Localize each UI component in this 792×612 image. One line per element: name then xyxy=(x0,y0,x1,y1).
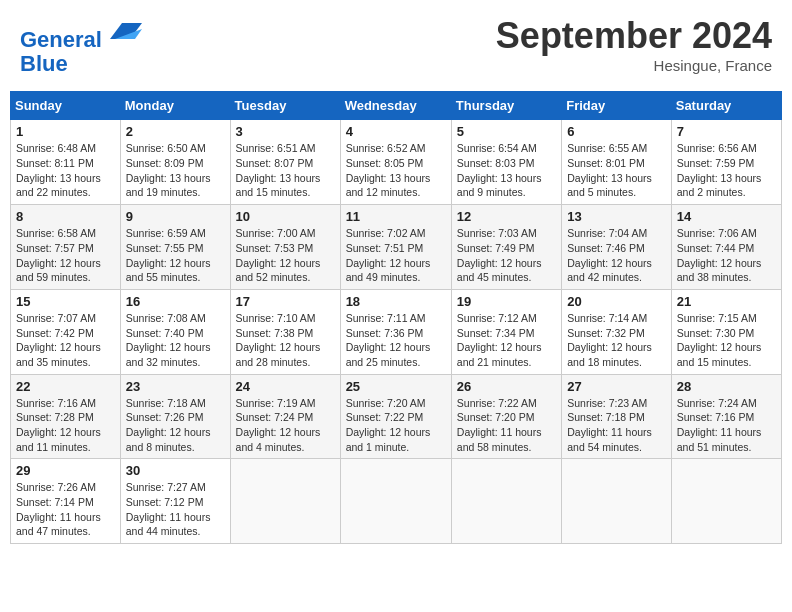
table-row: 3Sunrise: 6:51 AMSunset: 8:07 PMDaylight… xyxy=(230,120,340,205)
table-row: 28Sunrise: 7:24 AMSunset: 7:16 PMDayligh… xyxy=(671,374,781,459)
day-info: Sunrise: 6:55 AMSunset: 8:01 PMDaylight:… xyxy=(567,141,666,200)
day-number: 18 xyxy=(346,294,446,309)
table-row: 19Sunrise: 7:12 AMSunset: 7:34 PMDayligh… xyxy=(451,289,561,374)
day-info: Sunrise: 7:08 AMSunset: 7:40 PMDaylight:… xyxy=(126,311,225,370)
day-number: 24 xyxy=(236,379,335,394)
day-info: Sunrise: 7:18 AMSunset: 7:26 PMDaylight:… xyxy=(126,396,225,455)
day-number: 15 xyxy=(16,294,115,309)
col-friday: Friday xyxy=(562,92,672,120)
calendar-week-2: 8Sunrise: 6:58 AMSunset: 7:57 PMDaylight… xyxy=(11,205,782,290)
table-row xyxy=(230,459,340,544)
day-info: Sunrise: 6:59 AMSunset: 7:55 PMDaylight:… xyxy=(126,226,225,285)
table-row: 10Sunrise: 7:00 AMSunset: 7:53 PMDayligh… xyxy=(230,205,340,290)
day-info: Sunrise: 7:19 AMSunset: 7:24 PMDaylight:… xyxy=(236,396,335,455)
day-number: 17 xyxy=(236,294,335,309)
col-wednesday: Wednesday xyxy=(340,92,451,120)
day-info: Sunrise: 7:24 AMSunset: 7:16 PMDaylight:… xyxy=(677,396,776,455)
day-number: 16 xyxy=(126,294,225,309)
day-info: Sunrise: 7:22 AMSunset: 7:20 PMDaylight:… xyxy=(457,396,556,455)
day-number: 7 xyxy=(677,124,776,139)
calendar-week-5: 29Sunrise: 7:26 AMSunset: 7:14 PMDayligh… xyxy=(11,459,782,544)
day-info: Sunrise: 7:26 AMSunset: 7:14 PMDaylight:… xyxy=(16,480,115,539)
day-number: 10 xyxy=(236,209,335,224)
calendar-table: Sunday Monday Tuesday Wednesday Thursday… xyxy=(10,91,782,544)
day-info: Sunrise: 6:56 AMSunset: 7:59 PMDaylight:… xyxy=(677,141,776,200)
table-row: 25Sunrise: 7:20 AMSunset: 7:22 PMDayligh… xyxy=(340,374,451,459)
logo: General Blue xyxy=(20,15,142,76)
day-info: Sunrise: 6:50 AMSunset: 8:09 PMDaylight:… xyxy=(126,141,225,200)
day-number: 2 xyxy=(126,124,225,139)
calendar-week-4: 22Sunrise: 7:16 AMSunset: 7:28 PMDayligh… xyxy=(11,374,782,459)
table-row xyxy=(671,459,781,544)
table-row: 16Sunrise: 7:08 AMSunset: 7:40 PMDayligh… xyxy=(120,289,230,374)
day-info: Sunrise: 7:11 AMSunset: 7:36 PMDaylight:… xyxy=(346,311,446,370)
col-tuesday: Tuesday xyxy=(230,92,340,120)
table-row: 14Sunrise: 7:06 AMSunset: 7:44 PMDayligh… xyxy=(671,205,781,290)
table-row: 22Sunrise: 7:16 AMSunset: 7:28 PMDayligh… xyxy=(11,374,121,459)
logo-icon xyxy=(110,15,142,47)
day-info: Sunrise: 7:07 AMSunset: 7:42 PMDaylight:… xyxy=(16,311,115,370)
day-number: 29 xyxy=(16,463,115,478)
table-row: 7Sunrise: 6:56 AMSunset: 7:59 PMDaylight… xyxy=(671,120,781,205)
day-number: 30 xyxy=(126,463,225,478)
table-row: 4Sunrise: 6:52 AMSunset: 8:05 PMDaylight… xyxy=(340,120,451,205)
table-row: 5Sunrise: 6:54 AMSunset: 8:03 PMDaylight… xyxy=(451,120,561,205)
day-number: 25 xyxy=(346,379,446,394)
table-row: 23Sunrise: 7:18 AMSunset: 7:26 PMDayligh… xyxy=(120,374,230,459)
table-row: 15Sunrise: 7:07 AMSunset: 7:42 PMDayligh… xyxy=(11,289,121,374)
table-row xyxy=(562,459,672,544)
page-header: General Blue September 2024 Hesingue, Fr… xyxy=(10,10,782,81)
day-info: Sunrise: 6:51 AMSunset: 8:07 PMDaylight:… xyxy=(236,141,335,200)
table-row: 8Sunrise: 6:58 AMSunset: 7:57 PMDaylight… xyxy=(11,205,121,290)
day-info: Sunrise: 7:04 AMSunset: 7:46 PMDaylight:… xyxy=(567,226,666,285)
month-title: September 2024 xyxy=(496,15,772,57)
table-row: 11Sunrise: 7:02 AMSunset: 7:51 PMDayligh… xyxy=(340,205,451,290)
col-saturday: Saturday xyxy=(671,92,781,120)
day-number: 4 xyxy=(346,124,446,139)
day-number: 26 xyxy=(457,379,556,394)
day-number: 27 xyxy=(567,379,666,394)
day-number: 1 xyxy=(16,124,115,139)
table-row: 26Sunrise: 7:22 AMSunset: 7:20 PMDayligh… xyxy=(451,374,561,459)
table-row: 29Sunrise: 7:26 AMSunset: 7:14 PMDayligh… xyxy=(11,459,121,544)
day-number: 5 xyxy=(457,124,556,139)
table-row: 21Sunrise: 7:15 AMSunset: 7:30 PMDayligh… xyxy=(671,289,781,374)
day-info: Sunrise: 7:03 AMSunset: 7:49 PMDaylight:… xyxy=(457,226,556,285)
day-info: Sunrise: 7:06 AMSunset: 7:44 PMDaylight:… xyxy=(677,226,776,285)
day-info: Sunrise: 7:20 AMSunset: 7:22 PMDaylight:… xyxy=(346,396,446,455)
col-sunday: Sunday xyxy=(11,92,121,120)
table-row: 12Sunrise: 7:03 AMSunset: 7:49 PMDayligh… xyxy=(451,205,561,290)
calendar-week-1: 1Sunrise: 6:48 AMSunset: 8:11 PMDaylight… xyxy=(11,120,782,205)
location: Hesingue, France xyxy=(496,57,772,74)
day-number: 14 xyxy=(677,209,776,224)
day-number: 3 xyxy=(236,124,335,139)
calendar-week-3: 15Sunrise: 7:07 AMSunset: 7:42 PMDayligh… xyxy=(11,289,782,374)
table-row: 20Sunrise: 7:14 AMSunset: 7:32 PMDayligh… xyxy=(562,289,672,374)
title-block: September 2024 Hesingue, France xyxy=(496,15,772,74)
table-row: 13Sunrise: 7:04 AMSunset: 7:46 PMDayligh… xyxy=(562,205,672,290)
calendar-header-row: Sunday Monday Tuesday Wednesday Thursday… xyxy=(11,92,782,120)
day-info: Sunrise: 6:52 AMSunset: 8:05 PMDaylight:… xyxy=(346,141,446,200)
day-number: 28 xyxy=(677,379,776,394)
table-row: 30Sunrise: 7:27 AMSunset: 7:12 PMDayligh… xyxy=(120,459,230,544)
day-number: 13 xyxy=(567,209,666,224)
col-thursday: Thursday xyxy=(451,92,561,120)
day-info: Sunrise: 7:15 AMSunset: 7:30 PMDaylight:… xyxy=(677,311,776,370)
day-number: 22 xyxy=(16,379,115,394)
day-info: Sunrise: 7:02 AMSunset: 7:51 PMDaylight:… xyxy=(346,226,446,285)
day-info: Sunrise: 7:23 AMSunset: 7:18 PMDaylight:… xyxy=(567,396,666,455)
day-info: Sunrise: 6:48 AMSunset: 8:11 PMDaylight:… xyxy=(16,141,115,200)
day-info: Sunrise: 6:54 AMSunset: 8:03 PMDaylight:… xyxy=(457,141,556,200)
table-row: 1Sunrise: 6:48 AMSunset: 8:11 PMDaylight… xyxy=(11,120,121,205)
day-number: 23 xyxy=(126,379,225,394)
day-number: 9 xyxy=(126,209,225,224)
day-number: 21 xyxy=(677,294,776,309)
day-number: 19 xyxy=(457,294,556,309)
day-number: 8 xyxy=(16,209,115,224)
table-row: 18Sunrise: 7:11 AMSunset: 7:36 PMDayligh… xyxy=(340,289,451,374)
table-row: 17Sunrise: 7:10 AMSunset: 7:38 PMDayligh… xyxy=(230,289,340,374)
day-number: 6 xyxy=(567,124,666,139)
day-info: Sunrise: 6:58 AMSunset: 7:57 PMDaylight:… xyxy=(16,226,115,285)
day-info: Sunrise: 7:16 AMSunset: 7:28 PMDaylight:… xyxy=(16,396,115,455)
table-row xyxy=(340,459,451,544)
